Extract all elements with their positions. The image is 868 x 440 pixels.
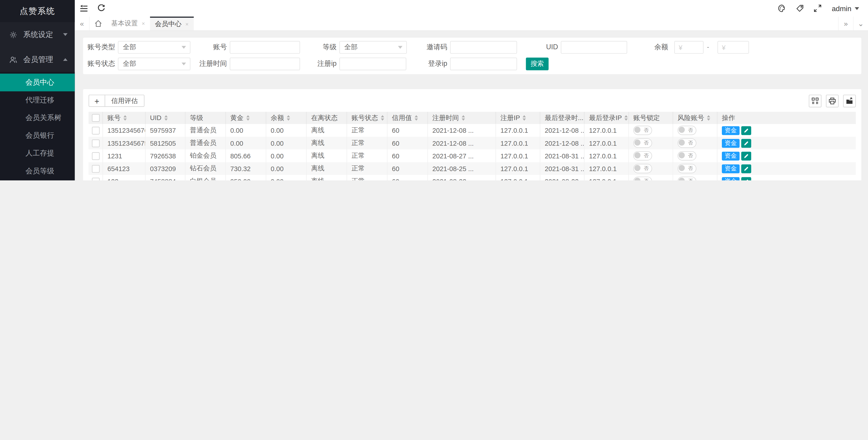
sort-icon[interactable] xyxy=(164,115,168,121)
pencil-icon xyxy=(743,179,749,180)
sort-icon[interactable] xyxy=(523,115,526,121)
cell-status: 正常 xyxy=(347,162,388,175)
sidebar-subitem[interactable]: 会员等级 xyxy=(0,162,75,180)
print-icon[interactable] xyxy=(826,94,839,107)
cell-online: 离线 xyxy=(307,150,347,162)
user-menu[interactable]: admin xyxy=(826,4,868,12)
sidebar-subitem[interactable]: Vip会员 xyxy=(0,180,75,180)
column-header-gold: 黄金 xyxy=(226,112,266,124)
home-tab[interactable] xyxy=(90,17,106,30)
sort-icon[interactable] xyxy=(414,115,418,121)
close-icon[interactable]: × xyxy=(142,21,145,27)
lock-toggle[interactable]: 否 xyxy=(633,164,652,173)
table-row: 1237458884白银会员950.000.00离线正常602021-08-22… xyxy=(89,175,856,180)
uid-input[interactable] xyxy=(561,41,627,53)
fund-button[interactable]: 资金 xyxy=(722,126,740,135)
edit-button[interactable] xyxy=(741,151,751,160)
invite-code-input[interactable] xyxy=(451,41,517,53)
reg-time-input[interactable] xyxy=(230,58,300,70)
search-panel: 账号类型 全部 账号 等级 全部 邀请码 UID 余额 - 账号状态 xyxy=(83,38,861,74)
row-checkbox[interactable] xyxy=(92,178,99,180)
column-header-last_ip: 最后登录IP xyxy=(585,112,629,124)
cell-reg_ip: 127.0.0.1 xyxy=(496,150,540,162)
account-type-select[interactable]: 全部 xyxy=(118,41,191,54)
close-icon[interactable]: × xyxy=(185,21,189,27)
account-input[interactable] xyxy=(230,41,300,53)
sort-icon[interactable] xyxy=(462,115,465,121)
sort-icon[interactable] xyxy=(624,115,628,121)
cell-account: 1231 xyxy=(103,150,146,162)
reg-ip-input[interactable] xyxy=(340,58,406,70)
table-row: 12317926538铂金会员805.660.00离线正常602021-08-2… xyxy=(89,150,856,162)
sidebar-subitem[interactable]: 会员银行 xyxy=(0,127,75,145)
risk-toggle[interactable]: 否 xyxy=(678,126,696,135)
tab-会员中心[interactable]: 会员中心× xyxy=(150,17,193,30)
cell-reg_time: 2021-08-27 ... xyxy=(428,150,496,162)
sidebar-subitem[interactable]: 会员关系树 xyxy=(0,109,75,127)
cell-actions: 资金 xyxy=(717,137,856,150)
lock-toggle[interactable]: 否 xyxy=(633,138,652,148)
sidebar-item-2[interactable]: 会员管理 xyxy=(0,47,75,72)
sort-icon[interactable] xyxy=(246,115,250,121)
sidebar-item-label: 系统设定 xyxy=(23,30,53,40)
fund-button[interactable]: 资金 xyxy=(722,177,740,180)
balance-min-input[interactable] xyxy=(675,41,703,53)
cell-uid: 0373209 xyxy=(146,162,186,175)
row-checkbox[interactable] xyxy=(92,165,99,172)
sort-icon[interactable] xyxy=(123,115,127,121)
row-checkbox[interactable] xyxy=(92,126,99,134)
fullscreen-icon[interactable] xyxy=(809,0,826,17)
select-all-checkbox[interactable] xyxy=(92,114,99,122)
sidebar: 点赞系统 系统设定会员管理会员中心代理迁移会员关系树会员银行人工存提会员等级Vi… xyxy=(0,0,75,180)
row-checkbox[interactable] xyxy=(92,152,99,160)
risk-toggle[interactable]: 否 xyxy=(678,151,696,160)
tag-icon[interactable] xyxy=(791,0,809,17)
cell-uid: 5812505 xyxy=(146,137,186,150)
fund-button[interactable]: 资金 xyxy=(722,151,740,160)
lock-toggle[interactable]: 否 xyxy=(633,151,652,160)
lock-toggle[interactable]: 否 xyxy=(633,177,652,180)
toggle-knob xyxy=(634,139,641,146)
credit-evaluate-button[interactable]: 信用评估 xyxy=(104,95,145,107)
fund-button[interactable]: 资金 xyxy=(722,164,740,173)
add-member-button[interactable]: + xyxy=(89,95,105,107)
tab-基本设置[interactable]: 基本设置× xyxy=(106,17,150,30)
edit-button[interactable] xyxy=(741,177,751,180)
collapse-menu-icon[interactable] xyxy=(75,0,92,17)
account-status-select[interactable]: 全部 xyxy=(118,58,191,70)
sidebar-subitem[interactable]: 代理迁移 xyxy=(0,91,75,109)
edit-button[interactable] xyxy=(741,164,751,173)
palette-icon[interactable] xyxy=(773,0,791,17)
tabs-scroll-left-button[interactable]: « xyxy=(75,17,90,30)
export-icon[interactable] xyxy=(843,94,856,107)
sidebar-item-1[interactable]: 系统设定 xyxy=(0,22,75,47)
balance-max-input[interactable] xyxy=(718,41,748,53)
sort-icon[interactable] xyxy=(287,115,290,121)
sidebar-subitem[interactable]: 人工存提 xyxy=(0,145,75,162)
login-ip-input[interactable] xyxy=(451,58,517,70)
refresh-icon[interactable] xyxy=(92,0,110,17)
lock-toggle[interactable]: 否 xyxy=(633,126,652,135)
sidebar-subitem[interactable]: 会员中心 xyxy=(0,73,75,91)
sidebar-submenu: 会员中心代理迁移会员关系树会员银行人工存提会员等级Vip会员 xyxy=(0,72,75,180)
tabs-more-button[interactable]: ⌄ xyxy=(853,17,868,30)
sort-icon[interactable] xyxy=(381,115,384,121)
edit-button[interactable] xyxy=(741,139,751,148)
fund-button[interactable]: 资金 xyxy=(722,139,740,148)
filter-columns-icon[interactable] xyxy=(809,94,822,107)
toggle-off-label: 否 xyxy=(688,139,693,147)
risk-toggle[interactable]: 否 xyxy=(678,177,696,180)
sort-icon[interactable] xyxy=(707,115,710,121)
row-checkbox[interactable] xyxy=(92,139,99,147)
search-button[interactable]: 搜索 xyxy=(526,58,549,70)
tabs-scroll-right-button[interactable]: » xyxy=(838,17,853,30)
cell-account: 13512345676 xyxy=(103,124,146,136)
risk-toggle[interactable]: 否 xyxy=(678,164,696,173)
level-select[interactable]: 全部 xyxy=(339,41,407,54)
cell-last_ip: 127.0.0.1 xyxy=(585,124,629,136)
edit-button[interactable] xyxy=(741,126,751,135)
risk-toggle[interactable]: 否 xyxy=(678,138,696,148)
cell-online: 离线 xyxy=(307,162,347,175)
sidebar-menu: 系统设定会员管理会员中心代理迁移会员关系树会员银行人工存提会员等级Vip会员任务… xyxy=(0,22,75,180)
cell-actions: 资金 xyxy=(717,124,856,136)
